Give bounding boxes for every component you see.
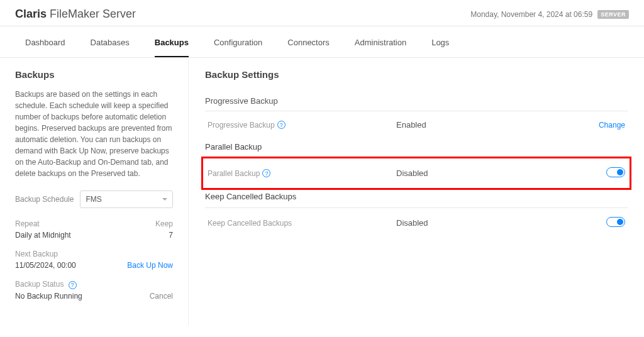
tab-databases[interactable]: Databases	[91, 26, 130, 57]
keep-cancelled-label: Keep Cancelled Backups	[208, 219, 292, 228]
backup-status-value: No Backup Running	[15, 292, 82, 301]
keep-label: Keep	[155, 219, 173, 228]
parallel-backup-toggle[interactable]	[606, 167, 625, 177]
repeat-label: Repeat	[15, 219, 40, 228]
backup-schedule-label: Backup Schedule	[15, 195, 74, 204]
section-parallel-heading: Parallel Backup	[205, 140, 628, 158]
sidebar-title: Backups	[15, 69, 173, 80]
parallel-backup-value: Disabled	[396, 168, 575, 178]
content: Backups Backups are based on the setting…	[0, 58, 644, 326]
backup-status-label: Backup Status ?	[15, 280, 77, 289]
next-backup-label: Next Backup	[15, 250, 58, 258]
next-backup-row: 11/05/2024, 00:00 Back Up Now	[15, 261, 173, 270]
brand-bold: Claris	[15, 8, 47, 20]
brand: Claris FileMaker Server	[15, 8, 136, 21]
header-right: Monday, November 4, 2024 at 06:59 SERVER	[470, 10, 629, 19]
keep-value: 7	[169, 231, 173, 240]
repeat-keep-values: Daily at Midnight 7	[15, 231, 173, 240]
help-icon[interactable]: ?	[277, 121, 286, 129]
progressive-backup-value: Enabled	[396, 120, 575, 130]
sidebar: Backups Backups are based on the setting…	[0, 58, 189, 326]
help-icon[interactable]: ?	[69, 281, 77, 289]
backup-schedule-value: FMS	[86, 195, 101, 204]
tab-logs[interactable]: Logs	[431, 26, 449, 57]
parallel-backup-row: Parallel Backup ? Disabled	[205, 158, 628, 188]
tab-connectors[interactable]: Connectors	[287, 26, 329, 57]
keep-cancelled-row: Keep Cancelled Backups Disabled	[205, 208, 628, 238]
server-badge: SERVER	[597, 10, 629, 19]
back-up-now-link[interactable]: Back Up Now	[127, 261, 173, 270]
section-progressive-heading: Progressive Backup	[205, 90, 628, 111]
parallel-backup-label: Parallel Backup	[208, 169, 260, 178]
backup-schedule-select[interactable]: FMS	[80, 191, 173, 208]
brand-product: FileMaker Server	[47, 8, 136, 20]
progressive-backup-change-link[interactable]: Change	[599, 121, 625, 130]
top-nav-tabs: Dashboard Databases Backups Configuratio…	[0, 26, 644, 58]
backup-schedule-row: Backup Schedule FMS	[15, 191, 173, 208]
repeat-keep-row: Repeat Keep	[15, 219, 173, 228]
next-backup-value: 11/05/2024, 00:00	[15, 261, 76, 270]
cancel-link[interactable]: Cancel	[150, 292, 173, 301]
header-datetime: Monday, November 4, 2024 at 06:59	[470, 10, 592, 19]
keep-cancelled-value: Disabled	[396, 218, 575, 228]
tab-administration[interactable]: Administration	[355, 26, 406, 57]
tab-dashboard[interactable]: Dashboard	[25, 26, 65, 57]
tab-backups[interactable]: Backups	[155, 26, 189, 57]
main-title: Backup Settings	[205, 69, 628, 80]
backup-status-row: No Backup Running Cancel	[15, 292, 173, 301]
help-icon[interactable]: ?	[262, 169, 270, 177]
progressive-backup-label: Progressive Backup	[208, 121, 275, 130]
progressive-backup-row: Progressive Backup ? Enabled Change	[205, 111, 628, 138]
sidebar-description: Backups are based on the settings in eac…	[15, 89, 173, 179]
tab-configuration[interactable]: Configuration	[214, 26, 262, 57]
keep-cancelled-toggle[interactable]	[606, 217, 625, 227]
repeat-value: Daily at Midnight	[15, 231, 71, 240]
header-bar: Claris FileMaker Server Monday, November…	[0, 0, 644, 26]
main-panel: Backup Settings Progressive Backup Progr…	[189, 58, 644, 326]
highlight-parallel-row: Parallel Backup ? Disabled	[201, 157, 631, 190]
section-keepcancelled-heading: Keep Cancelled Backups	[205, 189, 628, 208]
